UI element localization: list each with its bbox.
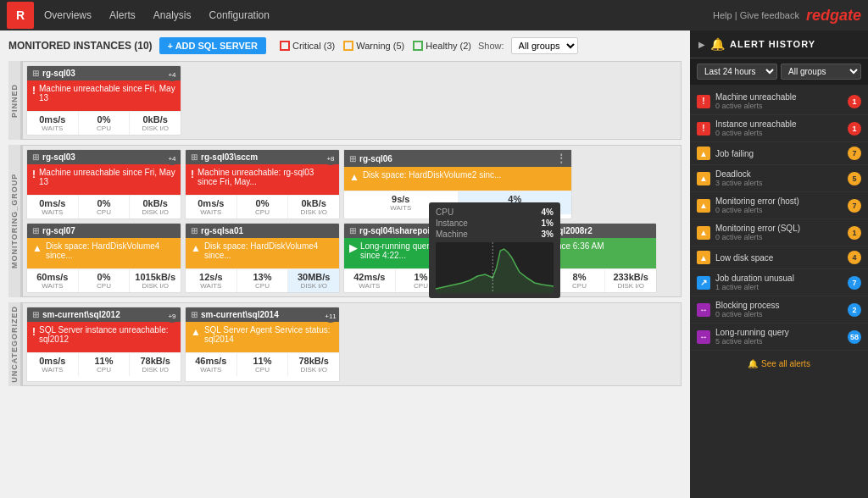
alert-text: Monitoring error (host) 0 active alerts — [715, 196, 843, 214]
card-metrics: 0ms/s WAITS 11% CPU 78kB/s DISK I/O — [27, 352, 181, 376]
status-text: Disk space: HardDiskVolume2 sinc... — [363, 170, 501, 180]
card-name: rg-sql04\sharepoint — [359, 226, 438, 235]
see-all-alerts[interactable]: 🔔 See all alerts — [690, 354, 868, 374]
nav-overviews[interactable]: Overviews — [44, 9, 92, 21]
group-filter-select[interactable]: All groups — [781, 64, 861, 80]
metric-cpu: 8% CPU — [554, 269, 606, 292]
card-badge: +9 — [165, 309, 179, 323]
card-badge: +4 — [165, 68, 179, 81]
card-status: ▲ Disk space: HardDiskVolume4 since... — [186, 238, 339, 268]
critical-icon: ! — [32, 169, 36, 180]
card-status: ! Machine unreachable since Fri, May 13 — [27, 80, 181, 111]
card-rg-sql03-mon[interactable]: ⊞ rg-sql03 ! Machine unreachable since F… — [26, 149, 181, 219]
bell-icon: 🔔 — [710, 37, 725, 51]
legend: Critical (3) Warning (5) Healthy (2) — [280, 41, 471, 51]
alert-item-long-running[interactable]: ↔ Long-running query 5 active alerts 58 — [690, 324, 868, 351]
alert-critical-icon: ! — [697, 95, 710, 108]
status-text: SQL Server instance unreachable: sql2012 — [39, 325, 175, 344]
add-server-button[interactable]: + ADD SQL SERVER — [159, 37, 266, 54]
alert-name: Job duration unusual — [715, 274, 843, 283]
tooltip-popup: CPU 4% Instance 1% Machine 3% — [429, 202, 560, 298]
card-status: ▲ SQL Server Agent Service status: sql20… — [186, 322, 339, 352]
monitoring-cards: ⊞ rg-sql03 ! Machine unreachable since F… — [22, 145, 682, 297]
metric-cpu: 0% CPU — [79, 112, 131, 135]
tooltip-cpu-value: 4% — [542, 208, 554, 217]
warning-icon: ▲ — [191, 326, 201, 338]
metric-waits: 60ms/s WAITS — [27, 269, 79, 292]
warning-icon: ▲ — [349, 171, 359, 183]
metric-value: 0ms/s — [29, 114, 76, 125]
card-status: ! SQL Server instance unreachable: sql20… — [27, 322, 181, 352]
alert-process-icon: ↔ — [697, 330, 710, 344]
card-metrics: 12s/s WAITS 13% CPU 30MB/s DISK I/O — [186, 268, 339, 292]
page-title: MONITORED INSTANCES (10) — [8, 40, 153, 52]
show-select[interactable]: All groups — [511, 37, 578, 54]
alert-item-job-duration[interactable]: ↗ Job duration unusual 1 active alert 7 — [690, 269, 868, 296]
mini-chart — [436, 242, 554, 293]
card-rg-sql03-sccm[interactable]: ⊞ rg-sql03\sccm ! Machine unreachable: r… — [185, 149, 340, 219]
card-header: ⊞ sm-current\sql2014 — [186, 307, 339, 322]
nav-alerts[interactable]: Alerts — [109, 9, 136, 21]
card-header: ⊞ rg-sql03\sccm — [186, 150, 339, 164]
tooltip-machine-value: 3% — [542, 230, 554, 239]
nav-analysis[interactable]: Analysis — [153, 9, 192, 21]
card-sm-sql2012[interactable]: ⊞ sm-current\sql2012 ! SQL Server instan… — [26, 307, 181, 382]
card-name: rg-sql07 — [42, 226, 75, 235]
bell-small-icon: 🔔 — [748, 359, 758, 368]
help-link[interactable]: Help | Give feedback — [713, 10, 799, 20]
status-text: Machine unreachable: rg-sql03 since Fri,… — [198, 168, 334, 186]
sidebar-header: ▶ 🔔 ALERT HISTORY — [690, 30, 868, 58]
alert-item-blocking[interactable]: ↔ Blocking process 0 active alerts 2 — [690, 296, 868, 324]
critical-label: Critical (3) — [292, 41, 335, 51]
alert-text: Blocking process 0 active alerts — [715, 301, 843, 318]
card-status: ▲ Disk space: HardDiskVolume2 sinc... — [344, 167, 571, 191]
expand-icon[interactable]: ▶ — [698, 40, 705, 49]
tooltip-machine-row: Machine 3% — [436, 230, 554, 239]
card-status: ! Machine unreachable: rg-sql03 since Fr… — [186, 164, 339, 195]
card-rg-sql03-pinned[interactable]: ⊞ rg-sql03 ! Machine unreachable since F… — [26, 65, 181, 136]
alert-warning-icon: ▲ — [697, 251, 710, 264]
metric-waits: 42ms/s WAITS — [344, 269, 396, 292]
alert-name: Machine unreachable — [715, 92, 843, 102]
healthy-label: Healthy (2) — [426, 41, 471, 51]
status-text: Disk space: HardDiskVolume4 since... — [204, 241, 334, 260]
critical-icon: ! — [32, 326, 36, 338]
alert-warning-icon: ▲ — [697, 172, 710, 185]
alert-name: Blocking process — [715, 301, 843, 310]
card-header: ⊞ rg-sql03 — [27, 66, 181, 80]
card-rg-sqlsa01[interactable]: ⊞ rg-sqlsa01 ▲ Disk space: HardDiskVolum… — [185, 223, 340, 293]
alert-text: Deadlock 3 active alerts — [715, 169, 843, 187]
alert-item-deadlock[interactable]: ▲ Deadlock 3 active alerts 5 — [690, 165, 868, 192]
alert-warning-icon: ▲ — [697, 199, 710, 213]
alert-item-job-failing[interactable]: ▲ Job failing 7 — [690, 142, 868, 165]
tooltip-instance-label: Instance — [436, 219, 468, 228]
alert-item-instance-unreachable[interactable]: ! Instance unreachable 0 active alerts 1 — [690, 115, 868, 142]
card-name: rg-sql03 — [42, 69, 75, 78]
alert-name: Long-running query — [715, 328, 843, 337]
main-nav: Overviews Alerts Analysis Configuration — [44, 9, 285, 21]
metric-waits: 12s/s WAITS — [186, 269, 237, 292]
card-rg-sql07[interactable]: ⊞ rg-sql07 ▲ Disk space: HardDiskVolume4… — [26, 223, 181, 293]
card-name: rg-sql06 — [359, 154, 392, 163]
alert-badge: 1 — [848, 226, 861, 240]
alert-critical-icon: ! — [697, 122, 710, 136]
metric-cpu: 11% CPU — [237, 353, 289, 376]
alert-item-machine-unreachable[interactable]: ! Machine unreachable 0 active alerts 1 — [690, 88, 868, 115]
card-sm-sql2014[interactable]: ⊞ sm-current\sql2014 ▲ SQL Server Agent … — [185, 307, 340, 382]
alert-badge: 2 — [848, 303, 861, 317]
card-rg-sql06[interactable]: ⊞ rg-sql06 ⋮ ▲ Disk space: HardDiskVolum… — [343, 149, 572, 219]
alert-item-monitoring-error-host[interactable]: ▲ Monitoring error (host) 0 active alert… — [690, 192, 868, 219]
alert-badge: 7 — [848, 276, 861, 290]
alert-list: ! Machine unreachable 0 active alerts 1 … — [690, 85, 868, 354]
alert-item-monitoring-error-sql[interactable]: ▲ Monitoring error (SQL) 0 active alerts… — [690, 219, 868, 246]
warning-icon — [343, 41, 353, 51]
time-filter-select[interactable]: Last 24 hours — [697, 64, 777, 80]
tooltip-instance-row: Instance 1% — [436, 219, 554, 228]
card-badge: +11 — [324, 309, 337, 323]
alert-sub: 1 active alert — [715, 283, 843, 291]
metric-waits: 0ms/s WAITS — [27, 196, 79, 219]
metric-waits: 46ms/s WAITS — [186, 353, 237, 376]
nav-configuration[interactable]: Configuration — [209, 9, 270, 21]
alert-item-low-disk[interactable]: ▲ Low disk space 4 — [690, 246, 868, 269]
healthy-icon — [413, 41, 423, 51]
